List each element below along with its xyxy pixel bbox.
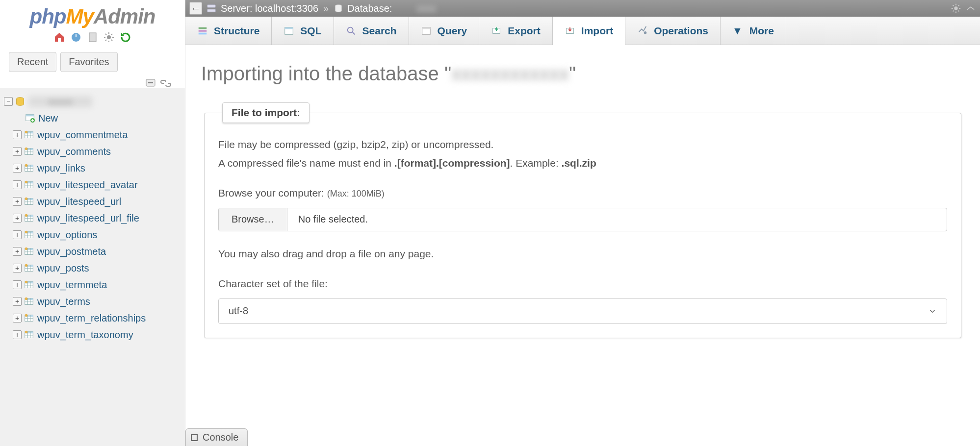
- svg-rect-5: [148, 82, 153, 83]
- tab-export[interactable]: Export: [479, 17, 553, 45]
- collapse-icon[interactable]: −: [4, 97, 13, 106]
- svg-rect-0: [58, 38, 61, 42]
- table-name[interactable]: wpuv_links: [37, 163, 85, 174]
- console-icon: [191, 434, 198, 441]
- table-name[interactable]: wpuv_terms: [37, 296, 90, 307]
- compress-note-2: A compressed file's name must end in .[f…: [218, 155, 947, 171]
- reload-icon[interactable]: [120, 31, 131, 43]
- table-name[interactable]: wpuv_postmeta: [37, 246, 106, 257]
- tab-query[interactable]: Query: [409, 17, 480, 45]
- settings-icon[interactable]: [103, 31, 115, 43]
- back-button[interactable]: ←: [189, 2, 202, 15]
- docs-icon[interactable]: [87, 31, 99, 43]
- table-name[interactable]: wpuv_commentmeta: [37, 129, 128, 141]
- expand-icon[interactable]: +: [13, 164, 22, 173]
- table-name[interactable]: wpuv_litespeed_url_file: [37, 213, 139, 224]
- tree-new-row[interactable]: New: [4, 110, 181, 126]
- table-name[interactable]: wpuv_posts: [37, 263, 89, 274]
- logout-icon[interactable]: [70, 31, 82, 43]
- table-browse-icon[interactable]: [24, 146, 34, 157]
- table-name[interactable]: wpuv_options: [37, 229, 97, 241]
- expand-icon[interactable]: +: [13, 214, 22, 223]
- table-browse-icon[interactable]: [24, 246, 34, 257]
- main-area: ← Server: localhost:3306 » Database: xxx…: [185, 0, 980, 446]
- tree-table-row[interactable]: +wpuv_termmeta: [4, 276, 181, 293]
- table-browse-icon[interactable]: [24, 196, 34, 207]
- breadcrumb-server[interactable]: Server: localhost:3306: [221, 3, 318, 14]
- expand-icon[interactable]: +: [13, 330, 22, 339]
- tab-search[interactable]: Search: [334, 17, 409, 45]
- tree-database-node[interactable]: − xxxxx: [4, 93, 181, 110]
- tree-table-row[interactable]: +wpuv_commentmeta: [4, 126, 181, 143]
- main-tabs: Structure SQL Search Query Export Import: [185, 17, 980, 45]
- chevron-down-icon: [928, 307, 937, 316]
- breadcrumb-database-label[interactable]: Database:: [347, 3, 392, 14]
- expand-icon[interactable]: +: [13, 297, 22, 306]
- server-icon: [206, 3, 217, 14]
- file-input[interactable]: Browse… No file selected.: [218, 208, 947, 231]
- table-name[interactable]: wpuv_litespeed_url: [37, 196, 121, 207]
- console-toggle[interactable]: Console: [185, 428, 248, 446]
- export-icon: [491, 25, 502, 36]
- charset-select[interactable]: utf-8: [218, 298, 947, 324]
- tree-table-row[interactable]: +wpuv_term_taxonomy: [4, 326, 181, 343]
- tree-table-row[interactable]: +wpuv_options: [4, 226, 181, 243]
- collapse-all-icon[interactable]: [146, 79, 155, 87]
- expand-icon[interactable]: +: [13, 180, 22, 189]
- table-browse-icon[interactable]: [24, 229, 34, 240]
- browse-label: Browse your computer: (Max: 100MiB): [218, 185, 947, 201]
- tab-sql[interactable]: SQL: [272, 17, 334, 45]
- table-name[interactable]: wpuv_litespeed_avatar: [37, 179, 138, 191]
- table-name[interactable]: wpuv_comments: [37, 146, 111, 157]
- table-browse-icon[interactable]: [24, 213, 34, 223]
- tree-table-row[interactable]: +wpuv_links: [4, 160, 181, 176]
- home-icon[interactable]: [53, 31, 65, 43]
- tab-operations[interactable]: Operations: [625, 17, 721, 45]
- table-browse-icon[interactable]: [24, 179, 34, 190]
- expand-icon[interactable]: +: [13, 147, 22, 156]
- breadcrumb-separator: »: [323, 3, 329, 14]
- expand-icon[interactable]: +: [13, 230, 22, 239]
- svg-rect-2: [89, 33, 96, 42]
- table-browse-icon[interactable]: [24, 296, 34, 307]
- expand-icon[interactable]: +: [13, 280, 22, 289]
- tree-table-row[interactable]: +wpuv_litespeed_url_file: [4, 210, 181, 226]
- file-to-import-panel: File to import: File may be compressed (…: [204, 102, 961, 338]
- tree-table-row[interactable]: +wpuv_postmeta: [4, 243, 181, 260]
- table-name[interactable]: wpuv_term_taxonomy: [37, 329, 133, 341]
- expand-icon[interactable]: +: [13, 247, 22, 256]
- table-browse-icon[interactable]: [24, 163, 34, 173]
- expand-icon[interactable]: +: [13, 130, 22, 139]
- database-name-redacted: xxxxx: [28, 96, 92, 107]
- svg-point-12: [25, 131, 28, 134]
- tree-table-row[interactable]: +wpuv_litespeed_url: [4, 193, 181, 210]
- svg-point-48: [25, 331, 28, 334]
- tree-table-row[interactable]: +wpuv_term_relationships: [4, 310, 181, 326]
- recent-tab[interactable]: Recent: [9, 52, 56, 72]
- tree-table-row[interactable]: +wpuv_posts: [4, 260, 181, 276]
- phpmyadmin-logo[interactable]: phpMyAdmin: [0, 5, 185, 28]
- expand-icon[interactable]: [965, 3, 976, 14]
- table-name[interactable]: wpuv_termmeta: [37, 279, 107, 291]
- tree-table-row[interactable]: +wpuv_terms: [4, 293, 181, 310]
- operations-icon: [637, 25, 648, 36]
- tree-table-row[interactable]: +wpuv_comments: [4, 143, 181, 160]
- svg-point-21: [25, 181, 28, 184]
- table-browse-icon[interactable]: [24, 263, 34, 273]
- expand-icon[interactable]: +: [13, 314, 22, 322]
- table-browse-icon[interactable]: [24, 329, 34, 340]
- table-browse-icon[interactable]: [24, 129, 34, 140]
- favorites-tab[interactable]: Favorites: [60, 52, 117, 72]
- table-browse-icon[interactable]: [24, 313, 34, 323]
- tab-import[interactable]: Import: [553, 17, 625, 45]
- tab-more[interactable]: ▼ More: [721, 17, 786, 45]
- table-browse-icon[interactable]: [24, 279, 34, 290]
- tree-table-row[interactable]: +wpuv_litespeed_avatar: [4, 176, 181, 193]
- table-name[interactable]: wpuv_term_relationships: [37, 313, 146, 324]
- expand-icon[interactable]: +: [13, 197, 22, 206]
- expand-icon[interactable]: +: [13, 264, 22, 273]
- page-settings-icon[interactable]: [951, 3, 961, 14]
- link-icon[interactable]: [160, 80, 171, 87]
- tab-structure[interactable]: Structure: [185, 17, 272, 45]
- browse-button[interactable]: Browse…: [219, 208, 287, 231]
